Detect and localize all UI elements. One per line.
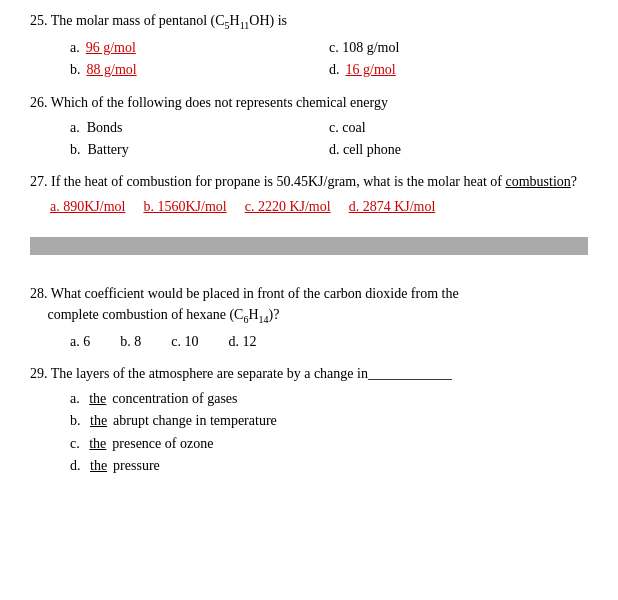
option-28d: d. 12	[228, 331, 256, 353]
question-27: 27. If the heat of combustion for propan…	[30, 171, 588, 218]
option-29d: d. the pressure	[70, 455, 588, 477]
underline-combustion: combustion	[506, 174, 571, 189]
option-label: c. coal	[329, 117, 366, 139]
sub-6: 6	[243, 314, 248, 325]
option-27b: b. 1560KJ/mol	[143, 196, 226, 218]
question-29-text: 29. The layers of the atmosphere are sep…	[30, 363, 588, 384]
option-label: b. Battery	[70, 139, 129, 161]
question-27-text: 27. If the heat of combustion for propan…	[30, 171, 588, 192]
option-26b: b. Battery	[70, 139, 329, 161]
question-25-options: a. 96 g/mol c. 108 g/mol b. 88 g/mol d. …	[70, 37, 588, 82]
underline-the-d: the	[90, 455, 107, 477]
underline-the-b: the	[90, 410, 107, 432]
option-29a: a. the concentration of gases	[70, 388, 588, 410]
option-27a: a. 890KJ/mol	[50, 196, 125, 218]
option-28b: b. 8	[120, 331, 141, 353]
option-label: a.	[70, 37, 80, 59]
underline-the-a: the	[89, 388, 106, 410]
question-25-text: 25. The molar mass of pentanol (C5H11OH)…	[30, 10, 588, 33]
question-28-text: 28. What coefficient would be placed in …	[30, 283, 588, 327]
question-26-options: a. Bonds c. coal b. Battery d. cell phon…	[70, 117, 588, 162]
option-29c: c. the presence of ozone	[70, 433, 588, 455]
option-label: b.	[70, 59, 81, 81]
question-25: 25. The molar mass of pentanol (C5H11OH)…	[30, 10, 588, 82]
question-26-text: 26. Which of the following does not repr…	[30, 92, 588, 113]
question-29: 29. The layers of the atmosphere are sep…	[30, 363, 588, 478]
option-25c: c. 108 g/mol	[329, 37, 588, 59]
option-28c: c. 10	[171, 331, 198, 353]
option-27c: c. 2220 KJ/mol	[245, 196, 331, 218]
option-label: d. cell phone	[329, 139, 401, 161]
option-27d: d. 2874 KJ/mol	[349, 196, 436, 218]
question-28: 28. What coefficient would be placed in …	[30, 273, 588, 353]
option-26d: d. cell phone	[329, 139, 588, 161]
option-label: d.	[329, 59, 340, 81]
option-label: c. 108 g/mol	[329, 37, 399, 59]
question-28-options: a. 6 b. 8 c. 10 d. 12	[70, 331, 588, 353]
option-text: 16 g/mol	[346, 59, 396, 81]
sub-11: 11	[240, 20, 250, 31]
option-text: 88 g/mol	[87, 59, 137, 81]
sub-5: 5	[225, 20, 230, 31]
question-26: 26. Which of the following does not repr…	[30, 92, 588, 162]
option-label: a. Bonds	[70, 117, 123, 139]
underline-the-c: the	[89, 433, 106, 455]
option-26c: c. coal	[329, 117, 588, 139]
option-26a: a. Bonds	[70, 117, 329, 139]
page: 25. The molar mass of pentanol (C5H11OH)…	[0, 0, 618, 508]
question-29-options: a. the concentration of gases b. the abr…	[70, 388, 588, 478]
option-25a: a. 96 g/mol	[70, 37, 329, 59]
page-divider	[30, 237, 588, 255]
option-25b: b. 88 g/mol	[70, 59, 329, 81]
option-29b: b. the abrupt change in temperature	[70, 410, 588, 432]
option-25d: d. 16 g/mol	[329, 59, 588, 81]
option-text: 96 g/mol	[86, 37, 136, 59]
option-28a: a. 6	[70, 331, 90, 353]
question-27-options: a. 890KJ/mol b. 1560KJ/mol c. 2220 KJ/mo…	[50, 196, 588, 218]
sub-14: 14	[259, 314, 269, 325]
